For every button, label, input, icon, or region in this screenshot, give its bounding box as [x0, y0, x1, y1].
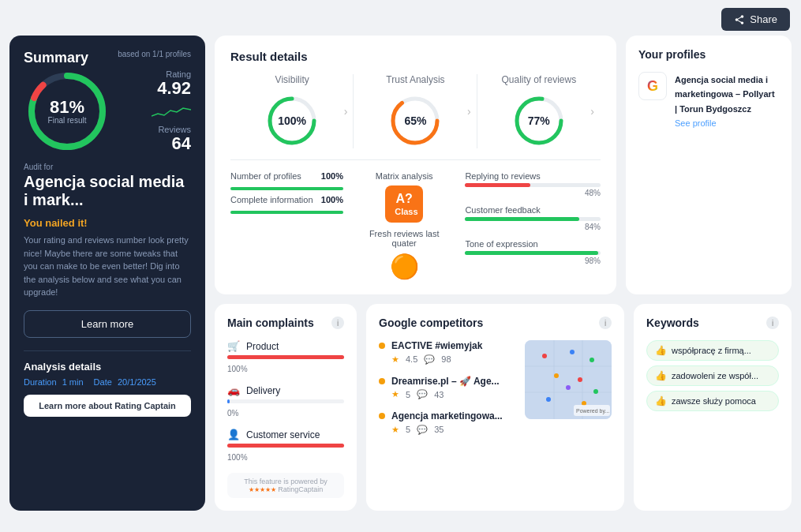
- feedback-metric: Customer feedback 84%: [465, 205, 601, 231]
- duration-label: Duration: [24, 377, 57, 387]
- matrix-grade: A?: [395, 192, 414, 206]
- details-left: Number of profiles 100% Complete informa…: [230, 171, 343, 280]
- svg-point-18: [578, 377, 582, 382]
- fresh-icon: 🟠: [390, 253, 419, 280]
- complete-info-label: Complete information: [230, 195, 313, 204]
- company-name: Agencja social media i mark...: [24, 173, 191, 209]
- rating-box: Rating 4.92: [157, 69, 191, 98]
- tone-metric: Tone of expression 98%: [465, 239, 601, 265]
- tone-value: 98%: [465, 257, 601, 265]
- service-bar-wrap: [227, 444, 344, 448]
- visibility-value: 100%: [278, 114, 306, 127]
- star-3-icon: ★: [391, 425, 399, 435]
- matrix-class: Class: [395, 207, 414, 216]
- tone-bar-wrap: [465, 251, 601, 255]
- analysis-title: Analysis details: [24, 361, 191, 373]
- visibility-nav-icon[interactable]: ›: [344, 105, 348, 118]
- keywords-title-row: Keywords i: [646, 317, 779, 329]
- competitor-1-info: EACTIVE #wiemyjak ★ 4.5 💬 98: [391, 340, 482, 365]
- metrics-row: Visibility 100% › Trust Analysis: [230, 74, 601, 160]
- comp-1-reviews: 98: [441, 354, 451, 364]
- keywords-title: Keywords: [646, 317, 699, 329]
- profile-info: Agencja social media i marketingowa – Po…: [675, 72, 779, 128]
- details-right: Replying to reviews 48% Customer feedbac…: [465, 171, 601, 280]
- keyword-tag-1: 👍 współpracę z firmą...: [646, 340, 779, 361]
- quality-metric: Quality of reviews 77% ›: [477, 74, 601, 148]
- competitors-list: EACTIVE #wiemyjak ★ 4.5 💬 98 D: [379, 340, 515, 446]
- analysis-details: Analysis details Duration 1 min Date 20/…: [24, 350, 191, 417]
- complaint-service-row: 👤 Customer service: [227, 429, 344, 440]
- rating-value: 4.92: [157, 78, 191, 98]
- complaint-service: 👤 Customer service 100%: [227, 429, 344, 463]
- svg-point-19: [566, 385, 571, 390]
- product-icon: 🛒: [227, 340, 240, 352]
- replying-bar-wrap: [465, 183, 601, 187]
- comp-2-reviews: 43: [434, 390, 444, 399]
- summary-title: Summary: [24, 50, 88, 66]
- service-bar: [227, 444, 344, 448]
- gauge-percent: 81%: [48, 99, 87, 116]
- thumb-2-icon: 👍: [655, 370, 667, 381]
- google-icon: G: [647, 78, 658, 95]
- see-profile-link[interactable]: See profile: [675, 118, 779, 128]
- service-value: 100%: [227, 453, 248, 462]
- bubble-1-icon: 💬: [424, 354, 435, 365]
- fresh-label: Fresh reviews last quater: [359, 229, 449, 248]
- star-2-icon: ★: [391, 389, 399, 399]
- gauge-area: 81% Final result Rating 4.92 Reviews 64: [24, 68, 191, 155]
- gauge-center-text: 81% Final result: [48, 99, 87, 125]
- gauge-label: Final result: [48, 116, 87, 125]
- trust-nav-icon[interactable]: ›: [467, 105, 471, 118]
- you-nailed-heading: You nailed it!: [24, 217, 191, 229]
- delivery-bar: [227, 399, 230, 403]
- bubble-2-icon: 💬: [417, 389, 428, 399]
- quality-label: Quality of reviews: [501, 74, 576, 85]
- svg-point-20: [593, 389, 598, 394]
- competitors-info-icon[interactable]: i: [599, 317, 612, 329]
- complaints-title: Main complaints: [227, 317, 314, 329]
- profile-item: G Agencja social media i marketingowa – …: [638, 72, 779, 128]
- complaints-info-icon[interactable]: i: [331, 317, 344, 329]
- delivery-bar-wrap: [227, 399, 344, 403]
- replying-value: 48%: [465, 189, 601, 197]
- thumb-1-icon: 👍: [655, 345, 667, 356]
- share-button[interactable]: Share: [721, 8, 790, 31]
- bottom-row: Main complaints i 🛒 Product 100% 🚗 Deliv…: [215, 304, 792, 511]
- complaint-product: 🛒 Product 100%: [227, 340, 344, 375]
- learn-rating-captain-button[interactable]: Learn more about Rating Captain: [24, 395, 191, 417]
- keywords-info-icon[interactable]: i: [766, 317, 779, 329]
- complete-info-value: 100%: [321, 195, 343, 204]
- svg-point-17: [554, 373, 559, 378]
- fresh-reviews: Fresh reviews last quater 🟠: [359, 229, 449, 280]
- replying-bar: [465, 183, 530, 187]
- based-on-text: based on 1/1 profiles: [118, 50, 191, 58]
- learn-more-button[interactable]: Learn more: [24, 310, 191, 338]
- nailed-text: Your rating and reviews number look pret…: [24, 234, 191, 299]
- tone-label: Tone of expression: [465, 239, 601, 249]
- keyword-3: zawsze służy pomoca: [672, 396, 756, 406]
- keyword-2: zadowoleni ze współ...: [672, 371, 758, 380]
- matrix-analysis: Matrix analysis A? Class: [376, 171, 433, 223]
- quality-ring: 77%: [511, 93, 567, 148]
- competitors-content: EACTIVE #wiemyjak ★ 4.5 💬 98 D: [379, 340, 612, 446]
- num-profiles-value: 100%: [321, 171, 343, 181]
- num-profiles-bar-wrap: [230, 187, 343, 190]
- competitor-3: Agencja marketingowa... ★ 5 💬 35: [379, 410, 515, 435]
- competitor-2-dot: [379, 378, 385, 384]
- competitor-3-dot: [379, 413, 385, 419]
- comp-3-reviews: 35: [434, 425, 444, 434]
- competitor-1-stats: ★ 4.5 💬 98: [391, 354, 482, 365]
- num-profiles-row: Number of profiles 100%: [230, 171, 343, 181]
- duration-value: 1 min: [62, 377, 84, 387]
- trust-metric: Trust Analysis 65% ›: [354, 74, 477, 148]
- competitor-2-stats: ★ 5 💬 43: [391, 389, 500, 399]
- product-bar: [227, 355, 344, 359]
- competitor-3-info: Agencja marketingowa... ★ 5 💬 35: [391, 410, 503, 435]
- competitor-1: EACTIVE #wiemyjak ★ 4.5 💬 98: [379, 340, 515, 365]
- matrix-fresh-area: Matrix analysis A? Class Fresh reviews l…: [359, 171, 449, 280]
- quality-nav-icon[interactable]: ›: [590, 105, 594, 118]
- feedback-bar: [465, 217, 578, 221]
- svg-point-14: [542, 354, 547, 358]
- share-icon: [734, 14, 745, 25]
- keywords-card: Keywords i 👍 współpracę z firmą... 👍 zad…: [634, 304, 792, 511]
